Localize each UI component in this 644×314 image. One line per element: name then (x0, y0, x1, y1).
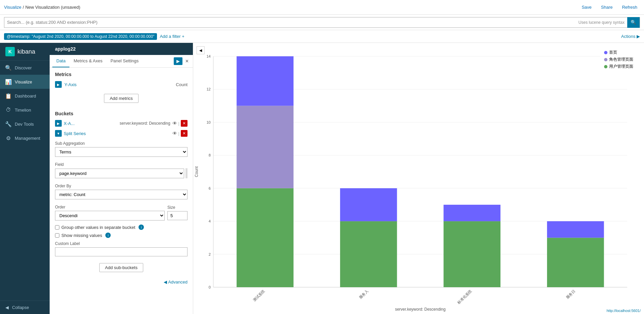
metrics-section-label: Metrics (50, 68, 193, 79)
field-resize-handle[interactable] (185, 168, 187, 178)
field-row: page.keyword (55, 168, 187, 178)
legend-item-2[interactable]: 用户管理页面 (604, 64, 633, 69)
collapse-label: Collapse (12, 305, 29, 310)
svg-text:Count: Count (194, 166, 199, 177)
bucket1-actions: 👁 | ✕ (172, 120, 187, 127)
bucket2-expand-button[interactable]: ▼ (55, 130, 62, 137)
panel-tabs: Data Metrics & Axes Panel Settings ▶ ✕ (50, 55, 193, 68)
search-button[interactable]: 🔍 (627, 17, 640, 28)
bucket1-expand-button[interactable]: ▶ (55, 120, 62, 127)
sidebar-item-label-visualize: Visualize (15, 79, 32, 84)
add-metrics-button[interactable]: Add metrics (104, 94, 139, 103)
group-other-info-icon[interactable]: i (139, 225, 144, 230)
search-bar-row: Uses lucene query syntax 🔍 (0, 15, 644, 30)
search-hint: Uses lucene query syntax (579, 20, 627, 25)
sidebar-item-devtools[interactable]: 🔧 Dev Tools (0, 117, 50, 131)
legend-label-2: 用户管理页面 (609, 64, 633, 69)
svg-rect-25 (443, 221, 500, 287)
run-button[interactable]: ▶ (174, 57, 182, 65)
field-select[interactable]: page.keyword (55, 169, 184, 178)
svg-text:4: 4 (209, 219, 211, 223)
group-other-checkbox[interactable] (55, 225, 59, 230)
filter-tag[interactable]: @timestamp: "August 2nd 2020, 00:00:00.0… (4, 33, 157, 40)
show-missing-info-icon[interactable]: i (105, 233, 111, 238)
order-select[interactable]: Descendi (55, 211, 165, 221)
custom-label-label: Custom Label (55, 241, 187, 246)
yaxis-expand-button[interactable]: ▶ (55, 81, 62, 88)
sidebar-item-label-management: Management (15, 136, 40, 141)
close-panel-button[interactable]: ✕ (184, 57, 190, 65)
bucket1-label: X-A... (64, 121, 118, 126)
devtools-icon: 🔧 (5, 121, 11, 127)
refresh-button[interactable]: Refresh (619, 3, 640, 11)
svg-text:8: 8 (209, 153, 211, 157)
sidebar-item-visualize[interactable]: 📊 Visualize (0, 75, 50, 89)
add-sub-buckets-button[interactable]: Add sub-buckets (99, 263, 143, 272)
custom-label-input[interactable] (55, 247, 187, 256)
advanced-link[interactable]: ◀ Advanced (164, 279, 187, 285)
tab-metrics-axes[interactable]: Metrics & Axes (69, 55, 106, 67)
sub-agg-label: Sub Aggregation (55, 141, 187, 146)
sidebar-item-management[interactable]: ⚙ Management (0, 131, 50, 145)
order-by-select[interactable]: metric: Count (55, 190, 187, 199)
panel-title: applog22 (50, 43, 193, 55)
tab-panel-settings[interactable]: Panel Settings (106, 55, 143, 67)
order-by-label: Order By (55, 184, 187, 188)
bucket2-eye-button[interactable]: 👁 (172, 131, 177, 136)
topbar: Visualize / New Visualization (unsaved) … (0, 0, 644, 15)
sidebar-logo: K kibana (0, 43, 50, 61)
actions-button[interactable]: Actions ▶ (621, 34, 640, 39)
viz-zoom-out-button[interactable]: ◀ (197, 46, 205, 54)
legend-item-1[interactable]: 角色管理页面 (604, 57, 633, 62)
show-missing-row: Show missing values i (50, 231, 193, 239)
sidebar-item-timelion[interactable]: ⏱ Timelion (0, 103, 50, 117)
breadcrumb: Visualize / New Visualization (unsaved) (4, 5, 576, 10)
order-label: Order (55, 205, 165, 209)
bucket1-delete-button[interactable]: ✕ (181, 120, 187, 127)
viz-area: ◀ 首页 角色管理页面 用户管理页面 Count (193, 43, 644, 314)
yaxis-value: Count (176, 82, 187, 87)
legend-dot-2 (604, 65, 607, 68)
breadcrumb-sep: / (23, 5, 24, 10)
field-label: Field (55, 162, 187, 167)
legend-dot-0 (604, 51, 607, 54)
order-size-section: Order Descendi Size (50, 202, 193, 223)
svg-text:10: 10 (207, 120, 211, 124)
group-other-label: Group other values in separate bucket (61, 225, 135, 230)
svg-rect-29 (547, 221, 604, 238)
tab-data[interactable]: Data (52, 55, 69, 67)
sidebar-item-discover[interactable]: 🔍 Discover (0, 61, 50, 75)
legend: 首页 角色管理页面 用户管理页面 (600, 47, 637, 72)
bucket1-eye-button[interactable]: 👁 (172, 121, 177, 126)
svg-text:测试系统: 测试系统 (252, 289, 266, 302)
bucket1-divider: | (178, 121, 179, 126)
discover-icon: 🔍 (5, 65, 11, 71)
sub-agg-select[interactable]: Terms (55, 147, 187, 157)
sidebar: K kibana 🔍 Discover 📊 Visualize 📋 Dashbo… (0, 43, 50, 314)
bucket2-delete-button[interactable]: ✕ (181, 130, 187, 137)
chart-svg: Count server.keyword: Descending 0246810… (193, 43, 644, 314)
svg-text:6: 6 (209, 186, 211, 190)
legend-label-1: 角色管理页面 (609, 57, 633, 62)
collapse-button[interactable]: ◀ Collapse (0, 301, 50, 314)
yaxis-row: ▶ Y-Axis Count (50, 79, 193, 90)
timelion-icon: ⏱ (5, 107, 11, 113)
sidebar-item-dashboard[interactable]: 📋 Dashboard (0, 89, 50, 103)
custom-label-section: Custom Label (50, 239, 193, 257)
share-button[interactable]: Share (598, 3, 615, 11)
svg-rect-20 (236, 56, 293, 106)
legend-item-0[interactable]: 首页 (604, 50, 633, 55)
yaxis-label: Y-Axis (64, 82, 173, 87)
svg-text:服务日: 服务日 (565, 289, 576, 300)
size-input[interactable] (167, 211, 187, 220)
save-button[interactable]: Save (579, 3, 594, 11)
breadcrumb-visualize[interactable]: Visualize (4, 5, 21, 10)
topbar-actions: Save Share Refresh (579, 3, 640, 11)
add-filter-button[interactable]: Add a filter + (160, 34, 184, 39)
bucket1-row: ▶ X-A... server.keyword: Descending 👁 | … (50, 118, 193, 128)
show-missing-checkbox[interactable] (55, 233, 59, 238)
side-panel: applog22 Data Metrics & Axes Panel Setti… (50, 43, 193, 314)
viz-bottom-url: http://localhost:5601/ (606, 309, 641, 313)
search-container: Uses lucene query syntax 🔍 (4, 17, 640, 28)
search-input[interactable] (4, 20, 579, 25)
